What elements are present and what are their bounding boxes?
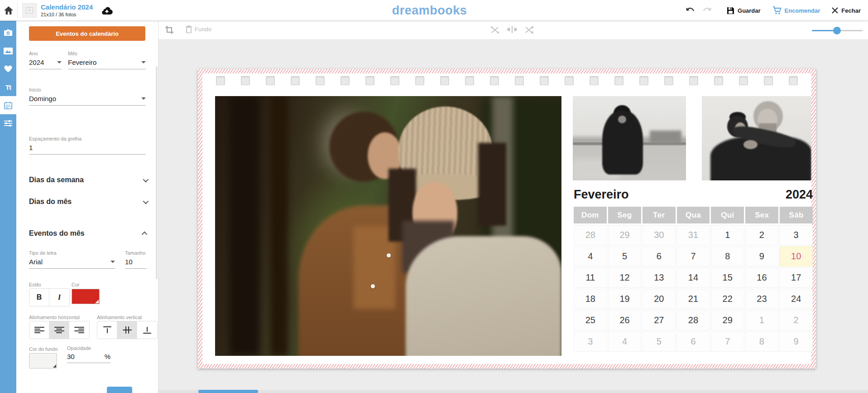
bg-color-label: Cor do fundo	[29, 346, 58, 352]
small-photo-1[interactable]	[573, 96, 686, 180]
cart-icon	[772, 6, 782, 15]
align-right-button[interactable]	[69, 321, 89, 339]
section-weekdays[interactable]: Dias da semana	[29, 176, 147, 184]
redo-button[interactable]	[702, 7, 712, 14]
zoom-slider[interactable]	[812, 26, 863, 34]
top-bar: Calendário 2024 21x10 / 36 fotos dreambo…	[0, 0, 868, 21]
date-cell: 8	[745, 331, 779, 352]
section-monthdays-label: Dias do mês	[29, 198, 72, 206]
main-photo[interactable]	[215, 96, 561, 356]
align-h-group	[29, 321, 90, 339]
save-button[interactable]: Guardar	[727, 7, 761, 15]
align-bottom-button[interactable]	[137, 321, 157, 339]
weekday-header: Seg	[608, 207, 641, 223]
project-thumbnail[interactable]	[22, 3, 37, 18]
calendar-month-title: Fevereiro	[574, 188, 629, 202]
rail-item-settings[interactable]	[0, 114, 16, 132]
italic-button[interactable]: I	[49, 289, 69, 306]
align-center-button[interactable]	[49, 321, 69, 339]
swap-photos-button[interactable]	[490, 26, 499, 34]
rail-item-calendar[interactable]	[0, 96, 16, 114]
date-cell: 7	[676, 246, 710, 267]
binding-hole	[340, 76, 350, 85]
close-label: Fechar	[841, 7, 861, 14]
calendar-block[interactable]: Fevereiro 2024 DomSegTerQuaQuiSexSáb 282…	[574, 188, 813, 352]
home-button[interactable]	[0, 0, 17, 21]
section-monthdays[interactable]: Dias do mês	[29, 198, 147, 206]
binding-hole	[415, 76, 424, 85]
horizontal-scrollbar-track[interactable]	[158, 390, 868, 393]
panel-scrollbar[interactable]	[156, 66, 158, 279]
opacity-field[interactable]: Opacidade 30 %	[67, 345, 110, 363]
color-swatch[interactable]	[72, 289, 100, 304]
redo-icon	[702, 7, 712, 14]
weekday-header: Sáb	[780, 207, 813, 223]
page-inner: Fevereiro 2024 DomSegTerQuaQuiSexSáb 282…	[202, 73, 811, 364]
color-label: Cor	[72, 282, 80, 287]
font-size-field[interactable]: Tamanho 10	[125, 250, 147, 269]
grid-spacing-field[interactable]: Espaçamento da grelha 1	[29, 136, 146, 155]
style-label: Estilo	[29, 282, 41, 287]
bg-color-swatch[interactable]	[29, 353, 57, 369]
background-delete-button[interactable]: Fundo	[186, 25, 211, 33]
bold-button[interactable]: B	[29, 289, 49, 306]
zoom-slider-thumb[interactable]	[833, 27, 841, 34]
date-cell: 16	[745, 267, 779, 288]
month-value: Fevereiro	[68, 58, 96, 66]
date-cell: 15	[711, 267, 744, 288]
date-cell: 8	[711, 246, 744, 267]
style-button-group: B I	[29, 288, 70, 306]
weekday-header: Sex	[745, 207, 778, 223]
align-right-icon	[74, 327, 84, 334]
date-cell: 23	[745, 289, 779, 309]
calendar-events-button[interactable]: Eventos do calendário	[29, 26, 145, 41]
date-cell: 29	[711, 310, 744, 330]
binding-hole	[664, 76, 673, 85]
flip-horizontal-button[interactable]	[507, 26, 517, 34]
undo-button[interactable]	[685, 7, 695, 14]
cloud-sync-button[interactable]	[101, 6, 113, 15]
rail-item-favorites[interactable]	[0, 60, 16, 78]
date-cell: 26	[608, 310, 642, 330]
binding-hole	[440, 76, 449, 85]
binding-hole	[689, 76, 698, 85]
crop-button[interactable]	[165, 25, 174, 34]
align-top-icon	[103, 326, 112, 334]
undo-icon	[685, 7, 695, 14]
binding-hole	[216, 76, 225, 85]
chevron-down-icon	[110, 261, 115, 263]
cloud-upload-icon	[101, 6, 113, 15]
rail-item-layouts[interactable]	[0, 42, 16, 60]
align-middle-button[interactable]	[117, 321, 137, 339]
opacity-value: 30	[67, 353, 75, 360]
project-subtitle: 21x10 / 36 fotos	[41, 12, 93, 18]
font-family-select[interactable]: Tipo de letra Arial	[29, 250, 115, 269]
binding-hole	[266, 76, 275, 85]
date-cell: 3	[574, 331, 607, 352]
calendar-page[interactable]: Fevereiro 2024 DomSegTerQuaQuiSexSáb 282…	[198, 69, 816, 369]
date-cell: 9	[745, 246, 779, 267]
small-photo-2[interactable]	[702, 96, 811, 180]
align-v-group	[97, 321, 158, 339]
rail-item-photos[interactable]	[0, 24, 16, 42]
crop-icon	[165, 25, 174, 34]
chevron-up-icon	[142, 231, 148, 237]
close-button[interactable]: Fechar	[832, 7, 861, 14]
rail-item-text[interactable]: Tt	[0, 78, 16, 96]
month-select[interactable]: Mês Fevereiro	[68, 51, 146, 69]
date-cell: 28	[574, 225, 607, 245]
horizontal-scrollbar-thumb[interactable]	[198, 390, 258, 393]
close-icon	[832, 7, 838, 14]
year-select[interactable]: Ano 2024	[29, 51, 62, 69]
date-cell: 11	[574, 267, 607, 288]
date-cell: 29	[608, 225, 642, 245]
align-top-button[interactable]	[97, 321, 117, 339]
week-start-select[interactable]: Início Domingo	[29, 87, 146, 106]
binding-hole	[590, 76, 599, 85]
align-left-button[interactable]	[29, 321, 49, 339]
order-button[interactable]: Encomendar	[772, 6, 820, 15]
shuffle-button[interactable]	[525, 26, 534, 34]
section-month-events[interactable]: Eventos do mês	[29, 229, 147, 238]
apply-button-partial[interactable]	[107, 387, 132, 393]
week-start-value: Domingo	[29, 95, 56, 102]
